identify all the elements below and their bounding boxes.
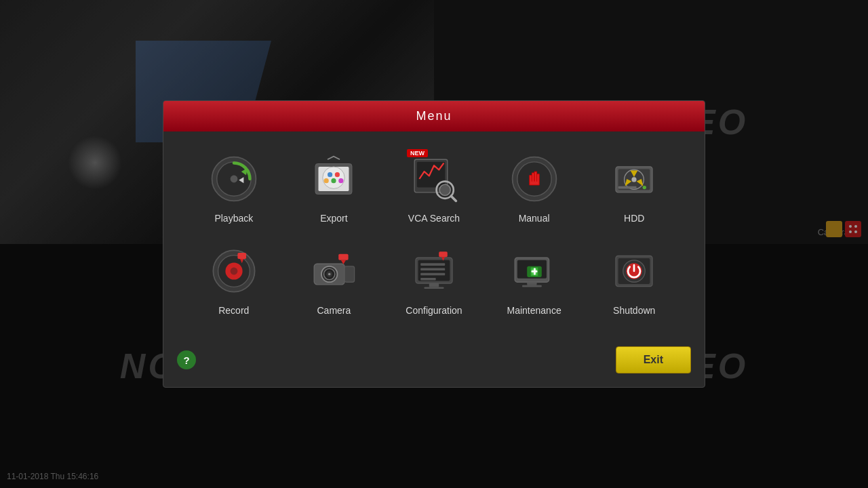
vca-search-icon [410, 155, 458, 203]
menu-overlay: Menu Pla [0, 0, 868, 488]
record-icon [210, 247, 258, 296]
svg-point-16 [339, 178, 344, 183]
svg-rect-35 [237, 253, 246, 259]
menu-dialog: Menu Pla [163, 100, 705, 388]
svg-point-28 [632, 177, 637, 182]
svg-point-41 [328, 273, 331, 276]
svg-rect-53 [439, 251, 448, 257]
svg-rect-48 [425, 287, 444, 289]
help-button[interactable]: ? [177, 350, 196, 369]
menu-row-2: Record [191, 244, 677, 316]
menu-item-shutdown[interactable]: Shutdown [591, 244, 677, 316]
svg-rect-47 [429, 283, 439, 287]
manual-label: Manual [519, 213, 550, 224]
shutdown-icon [610, 247, 658, 296]
svg-point-6 [230, 176, 237, 183]
svg-rect-29 [618, 186, 637, 189]
maintenance-icon [510, 247, 559, 296]
menu-item-maintenance[interactable]: Maintenance [491, 244, 578, 316]
dialog-title: Menu [416, 109, 452, 123]
hdd-icon-wrap [607, 152, 661, 206]
svg-rect-18 [417, 162, 445, 188]
svg-rect-49 [420, 263, 445, 266]
svg-point-13 [335, 172, 340, 177]
svg-point-34 [230, 268, 237, 275]
dialog-footer: ? Exit [163, 336, 705, 387]
svg-point-11 [323, 167, 344, 188]
dialog-header: Menu [163, 101, 705, 131]
menu-item-hdd[interactable]: HDD [591, 152, 677, 224]
maintenance-label: Maintenance [507, 305, 561, 316]
configuration-label: Configuration [406, 305, 462, 316]
playback-icon [210, 155, 258, 203]
exit-button[interactable]: Exit [616, 346, 691, 373]
hdd-label: HDD [624, 213, 644, 224]
menu-item-manual[interactable]: Manual [491, 152, 578, 224]
svg-rect-63 [534, 268, 536, 275]
svg-point-20 [439, 184, 450, 195]
configuration-icon-wrap [407, 244, 461, 298]
svg-point-14 [332, 178, 336, 183]
svg-rect-42 [345, 266, 355, 282]
shutdown-icon-wrap [607, 244, 661, 298]
camera-label: Camera [317, 305, 351, 316]
playback-label: Playback [214, 213, 253, 224]
dialog-body: Playback [163, 131, 705, 336]
playback-icon-wrap [207, 152, 261, 206]
svg-rect-58 [522, 285, 542, 287]
svg-line-21 [451, 196, 456, 201]
menu-item-camera[interactable]: Camera [291, 244, 378, 316]
menu-item-vca-search[interactable]: NEW VCA Search [391, 152, 477, 224]
svg-rect-51 [420, 273, 445, 276]
svg-point-12 [328, 172, 332, 177]
export-label: Export [320, 213, 347, 224]
menu-item-export[interactable]: Export [291, 152, 378, 224]
vca-search-label: VCA Search [408, 213, 460, 224]
shutdown-label: Shutdown [613, 305, 655, 316]
vca-search-icon-wrap: NEW [407, 152, 461, 206]
menu-item-record[interactable]: Record [191, 244, 277, 316]
svg-rect-57 [527, 282, 536, 285]
record-icon-wrap [207, 244, 261, 298]
svg-rect-50 [420, 268, 445, 271]
configuration-icon [410, 247, 458, 296]
menu-row-1: Playback [191, 152, 677, 224]
manual-icon [510, 155, 559, 203]
manual-icon-wrap [507, 152, 561, 206]
hdd-icon [610, 155, 658, 203]
maintenance-icon-wrap [507, 244, 561, 298]
svg-point-30 [643, 186, 646, 189]
export-icon-wrap [307, 152, 361, 206]
new-badge: NEW [407, 149, 428, 157]
menu-item-playback[interactable]: Playback [191, 152, 277, 224]
svg-rect-43 [339, 254, 349, 260]
menu-item-configuration[interactable]: Configuration [391, 244, 477, 316]
camera-icon [309, 247, 358, 296]
camera-icon-wrap [307, 244, 361, 298]
export-icon [309, 155, 358, 203]
record-label: Record [218, 305, 249, 316]
svg-rect-52 [420, 278, 436, 281]
svg-point-15 [324, 178, 329, 183]
